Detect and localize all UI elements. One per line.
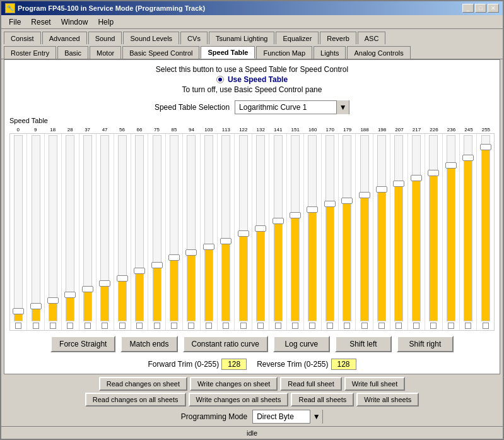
slider-track[interactable] <box>291 135 300 321</box>
tab-sound[interactable]: Sound <box>88 32 122 44</box>
match-ends-button[interactable]: Match ends <box>120 336 177 352</box>
slider-track[interactable] <box>187 135 196 321</box>
slider-track[interactable] <box>118 135 127 321</box>
slider-thumb[interactable] <box>99 280 110 287</box>
slider-thumb[interactable] <box>428 170 439 176</box>
menu-help[interactable]: Help <box>93 16 119 28</box>
slider-thumb[interactable] <box>185 249 197 256</box>
slider-checkbox[interactable] <box>85 323 91 329</box>
write-changes-sheet-button[interactable]: Write changes on sheet <box>190 377 278 391</box>
slider-checkbox[interactable] <box>171 323 177 329</box>
slider-track[interactable] <box>153 135 161 321</box>
slider-thumb[interactable] <box>290 212 301 218</box>
slider-track[interactable] <box>135 135 144 321</box>
slider-checkbox[interactable] <box>67 323 73 329</box>
read-changes-sheet-button[interactable]: Read changes on sheet <box>99 377 187 391</box>
slider-track[interactable] <box>239 135 248 321</box>
slider-checkbox[interactable] <box>378 323 385 329</box>
prog-mode-dropdown[interactable]: Direct Byte ▼ <box>252 410 323 424</box>
tab-analog-controls[interactable]: Analog Controls <box>347 46 410 59</box>
use-speed-table-radio[interactable] <box>216 76 224 83</box>
tab-cvs[interactable]: CVs <box>180 32 208 44</box>
slider-thumb[interactable] <box>273 218 284 224</box>
slider-checkbox[interactable] <box>465 323 471 329</box>
slider-track[interactable] <box>481 135 490 321</box>
slider-checkbox[interactable] <box>33 323 39 329</box>
minimize-button[interactable]: _ <box>462 4 474 13</box>
slider-checkbox[interactable] <box>309 323 315 329</box>
slider-track[interactable] <box>343 135 351 321</box>
slider-track[interactable] <box>325 135 334 321</box>
slider-track[interactable] <box>464 135 472 321</box>
slider-thumb[interactable] <box>359 192 370 198</box>
slider-thumb[interactable] <box>203 244 214 250</box>
slider-track[interactable] <box>308 135 317 321</box>
slider-checkbox[interactable] <box>430 323 437 329</box>
slider-thumb[interactable] <box>255 225 266 232</box>
slider-track[interactable] <box>14 135 23 321</box>
slider-thumb[interactable] <box>168 254 180 261</box>
tab-roster-entry[interactable]: Roster Entry <box>4 46 56 59</box>
tab-tsunami-lighting[interactable]: Tsunami Lighting <box>209 32 275 44</box>
slider-thumb[interactable] <box>307 206 318 213</box>
slider-track[interactable] <box>377 135 386 321</box>
slider-thumb[interactable] <box>134 268 145 274</box>
tab-lights[interactable]: Lights <box>314 46 346 59</box>
write-changes-all-button[interactable]: Write changes on all sheets <box>189 393 289 407</box>
slider-thumb[interactable] <box>82 286 93 292</box>
slider-track[interactable] <box>49 135 57 321</box>
slider-checkbox[interactable] <box>396 323 402 329</box>
close-button[interactable]: ✕ <box>488 4 499 13</box>
read-changes-all-button[interactable]: Read changes on all sheets <box>85 393 186 407</box>
force-straight-button[interactable]: Force Straight <box>50 336 115 352</box>
slider-track[interactable] <box>394 135 403 321</box>
menu-file[interactable]: File <box>4 16 26 28</box>
slider-track[interactable] <box>83 135 92 321</box>
slider-thumb[interactable] <box>341 198 353 204</box>
slider-checkbox[interactable] <box>223 323 229 329</box>
forward-trim-input[interactable] <box>221 359 247 370</box>
slider-checkbox[interactable] <box>154 323 160 329</box>
prog-mode-arrow-icon[interactable]: ▼ <box>310 410 322 424</box>
reverse-trim-input[interactable] <box>331 359 356 370</box>
slider-thumb[interactable] <box>480 144 491 150</box>
slider-thumb[interactable] <box>324 201 336 207</box>
tab-function-map[interactable]: Function Map <box>256 46 312 59</box>
slider-checkbox[interactable] <box>257 323 264 329</box>
slider-checkbox[interactable] <box>344 323 350 329</box>
slider-thumb[interactable] <box>117 275 128 282</box>
log-curve-button[interactable]: Log curve <box>273 336 330 352</box>
tab-consist[interactable]: Consist <box>4 32 41 44</box>
write-full-sheet-button[interactable]: Write full sheet <box>344 377 406 391</box>
slider-track[interactable] <box>204 135 213 321</box>
slider-checkbox[interactable] <box>206 323 212 329</box>
slider-track[interactable] <box>429 135 438 321</box>
tab-reverb[interactable]: Reverb <box>320 32 356 44</box>
slider-checkbox[interactable] <box>483 323 489 329</box>
read-all-button[interactable]: Read all sheets <box>291 393 354 407</box>
slider-checkbox[interactable] <box>361 323 368 329</box>
constant-ratio-button[interactable]: Constant ratio curve <box>183 336 268 352</box>
slider-checkbox[interactable] <box>413 323 419 329</box>
slider-checkbox[interactable] <box>275 323 281 329</box>
slider-thumb[interactable] <box>13 308 24 314</box>
slider-thumb[interactable] <box>64 292 76 298</box>
maximize-button[interactable]: □ <box>475 4 486 13</box>
slider-thumb[interactable] <box>151 262 163 268</box>
tab-motor[interactable]: Motor <box>90 46 121 59</box>
tab-basic[interactable]: Basic <box>57 46 88 59</box>
slider-track[interactable] <box>447 135 455 321</box>
tab-advanced[interactable]: Advanced <box>42 32 87 44</box>
slider-thumb[interactable] <box>393 181 404 187</box>
slider-track[interactable] <box>32 135 40 321</box>
slider-thumb[interactable] <box>47 297 59 304</box>
slider-checkbox[interactable] <box>50 323 56 329</box>
shift-left-button[interactable]: Shift left <box>335 336 392 352</box>
slider-thumb[interactable] <box>238 230 249 237</box>
slider-checkbox[interactable] <box>119 323 126 329</box>
speed-table-dropdown[interactable]: Logarithmic Curve 1 ▼ <box>235 100 349 114</box>
tab-basic-speed-control[interactable]: Basic Speed Control <box>122 46 199 59</box>
slider-thumb[interactable] <box>30 303 42 309</box>
write-all-button[interactable]: Write all sheets <box>356 393 419 407</box>
slider-track[interactable] <box>100 135 109 321</box>
